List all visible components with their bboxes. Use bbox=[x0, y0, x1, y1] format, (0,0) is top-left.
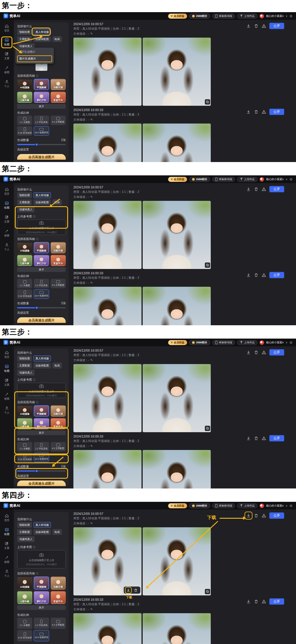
ratio-tile-9-16[interactable]: 9:16 宣传海报 bbox=[17, 126, 32, 136]
avatar[interactable] bbox=[260, 177, 264, 182]
tab-anime-to-real[interactable]: 动漫转真人 bbox=[17, 536, 35, 542]
username[interactable]: 粗心的小菜菜n bbox=[266, 504, 284, 508]
sidebar-item-retouch[interactable]: 修图 bbox=[4, 555, 9, 564]
tab-smart-draw[interactable]: 智能绘图 bbox=[17, 192, 32, 198]
publish-button[interactable]: 公开 bbox=[269, 598, 284, 605]
edit-icon[interactable]: ✎ bbox=[90, 32, 93, 35]
style-tile-ai-anime-face[interactable]: AI动漫脸 bbox=[17, 405, 32, 416]
ratio-tile-1-2[interactable]: 1:2 手机屏幕 bbox=[34, 116, 49, 125]
trash-icon[interactable] bbox=[254, 350, 258, 355]
ratio-tile-4-3[interactable]: 4:3 文章配图 bbox=[51, 442, 66, 451]
chevron-down-icon[interactable]: ∨ bbox=[286, 178, 287, 181]
sidebar-item-home[interactable]: 首页 bbox=[4, 24, 9, 33]
sidebar-item-draw[interactable]: 绘图 bbox=[4, 201, 9, 210]
style-tile-q-avatar[interactable]: Q版头像 bbox=[17, 255, 32, 266]
generated-image-4[interactable] bbox=[143, 450, 211, 488]
generate-button[interactable]: 会员高速生成图片 (消耗2积分) bbox=[17, 154, 66, 160]
tab-copy-image[interactable]: 文案配图 bbox=[17, 36, 32, 42]
generated-image-2[interactable] bbox=[143, 201, 211, 269]
copy-params-icon[interactable] bbox=[205, 426, 210, 431]
report-icon[interactable] bbox=[262, 187, 266, 191]
style-tile-dreamy-girl[interactable]: 梦幻少女 bbox=[34, 92, 49, 103]
report-icon[interactable] bbox=[262, 599, 266, 604]
edit-icon[interactable]: ✎ bbox=[90, 281, 93, 284]
ratio-tile-16-9[interactable]: 16:9 电脑壁纸 bbox=[34, 126, 49, 136]
points-pill[interactable]: 2686积分 bbox=[189, 503, 210, 508]
style-tile-q-avatar[interactable]: Q版头像 bbox=[17, 92, 32, 103]
tab-smart-draw[interactable]: 智能绘图 bbox=[17, 355, 32, 361]
download-icon[interactable] bbox=[246, 24, 251, 28]
tab-media-image[interactable]: 自媒体配图 bbox=[33, 363, 51, 369]
sidebar-item-profile[interactable]: 个人 bbox=[4, 80, 9, 88]
edit-icon[interactable]: ✎ bbox=[90, 118, 93, 121]
app-logo[interactable]: D 简单AI bbox=[4, 340, 20, 345]
member-benefits-pill[interactable]: V 会员权益 bbox=[168, 503, 187, 508]
tab-media-image[interactable]: 自媒体配图 bbox=[33, 199, 51, 205]
member-benefits-pill[interactable]: V 会员权益 bbox=[168, 340, 187, 345]
upload-dropzone[interactable]: 点击或拖拽图片至上传 支持20M以内JPG、PNG图片 bbox=[17, 383, 66, 398]
report-icon[interactable] bbox=[262, 513, 266, 518]
chevron-down-icon[interactable]: ∨ bbox=[286, 341, 287, 344]
sidebar-item-copywriting[interactable]: 文案 bbox=[4, 542, 9, 550]
ratio-tile-9-16[interactable]: 9:16 宣传海报 bbox=[17, 453, 32, 462]
chevron-down-icon[interactable]: ∨ bbox=[286, 15, 287, 17]
style-tile-q-avatar[interactable]: Q版头像 bbox=[17, 591, 32, 604]
tab-ecommerce[interactable]: 电商 bbox=[52, 36, 62, 42]
avatar[interactable] bbox=[260, 504, 264, 508]
report-icon[interactable] bbox=[262, 110, 266, 114]
tab-ecommerce[interactable]: 电商 bbox=[52, 363, 62, 369]
quantity-slider[interactable] bbox=[17, 470, 66, 472]
sidebar-item-copywriting[interactable]: 文案 bbox=[4, 378, 9, 387]
tab-real-to-anime[interactable]: 真人转动漫 bbox=[33, 29, 51, 35]
sidebar-item-copywriting[interactable]: 文案 bbox=[4, 52, 9, 60]
ratio-tile-16-9[interactable]: 16:9 电脑壁纸 bbox=[34, 630, 49, 641]
tab-copy-image[interactable]: 文案配图 bbox=[17, 199, 32, 205]
style-tile-dreamy-girl[interactable]: 梦幻少女 bbox=[34, 591, 49, 604]
member-benefits-pill[interactable]: V 会员权益 bbox=[168, 177, 187, 182]
trash-icon[interactable] bbox=[254, 273, 258, 277]
style-tile-healing-anime[interactable]: 治愈日漫 bbox=[51, 79, 66, 90]
publish-button[interactable]: 公开 bbox=[269, 109, 284, 115]
ratio-tile-1-2[interactable]: 1:2 手机屏幕 bbox=[34, 618, 49, 629]
edit-icon[interactable]: ✎ bbox=[90, 444, 93, 448]
points-pill[interactable]: 2686积分 bbox=[189, 177, 210, 182]
mobile-app-pill[interactable]: 体验移动端 bbox=[212, 340, 235, 345]
sidebar-item-profile[interactable]: 个人 bbox=[4, 569, 9, 578]
ratio-tile-1-1[interactable]: 1:1 头像图 bbox=[17, 116, 32, 125]
generated-image-3[interactable] bbox=[73, 287, 141, 325]
publish-button[interactable]: 公开 bbox=[269, 23, 284, 29]
publish-button[interactable]: 公开 bbox=[269, 186, 284, 192]
trash-icon[interactable] bbox=[254, 110, 258, 114]
tab-real-to-anime[interactable]: 真人转动漫 bbox=[33, 522, 51, 528]
generated-image-2[interactable] bbox=[143, 38, 211, 106]
sidebar-item-home[interactable]: 首页 bbox=[4, 350, 9, 359]
generate-button[interactable]: 会员高速生成图片 (消耗2积分) bbox=[17, 480, 66, 486]
sidebar-item-retouch[interactable]: 修图 bbox=[4, 66, 9, 74]
style-tile-flat-illustration[interactable]: 平面插画 bbox=[34, 79, 49, 90]
sidebar-item-copywriting[interactable]: 文案 bbox=[4, 215, 9, 224]
download-icon[interactable] bbox=[246, 350, 251, 355]
ratio-tile-1-2[interactable]: 1:2 手机屏幕 bbox=[34, 279, 49, 288]
publish-button[interactable]: 公开 bbox=[269, 435, 284, 441]
trash-icon[interactable] bbox=[254, 513, 258, 518]
expand-styles-button[interactable]: 展开 bbox=[17, 104, 66, 109]
username[interactable]: 粗心的小菜菜n bbox=[266, 177, 284, 181]
ratio-tile-9-16[interactable]: 9:16 宣传海报 bbox=[17, 630, 32, 641]
download-icon[interactable] bbox=[246, 436, 251, 440]
advanced-settings[interactable]: 高级设置 bbox=[17, 148, 66, 152]
style-tile-healing-anime[interactable]: 治愈日漫 bbox=[51, 405, 66, 416]
ratio-tile-1-1[interactable]: 1:1 头像图 bbox=[17, 279, 32, 288]
publish-button[interactable]: 公开 bbox=[269, 349, 284, 355]
style-tile-blindbox-figure[interactable]: 盲盒手办 bbox=[51, 255, 66, 266]
menu-item-image-to-image[interactable]: 图片生成图片 bbox=[17, 55, 52, 62]
tab-real-to-anime[interactable]: 真人转动漫 bbox=[33, 355, 51, 361]
edit-icon[interactable]: ✎ bbox=[90, 608, 93, 611]
copy-params-icon[interactable] bbox=[205, 262, 210, 268]
tab-ecommerce[interactable]: 电商 bbox=[52, 529, 62, 535]
trash-icon[interactable] bbox=[134, 588, 138, 592]
ratio-tile-1-1[interactable]: 1:1 头像图 bbox=[17, 618, 32, 629]
upload-works-pill[interactable]: 上传作品 bbox=[237, 340, 258, 345]
sidebar-item-profile[interactable]: 个人 bbox=[4, 243, 9, 251]
upload-works-pill[interactable]: 上传作品 bbox=[237, 177, 258, 182]
slider-knob[interactable] bbox=[35, 143, 38, 146]
